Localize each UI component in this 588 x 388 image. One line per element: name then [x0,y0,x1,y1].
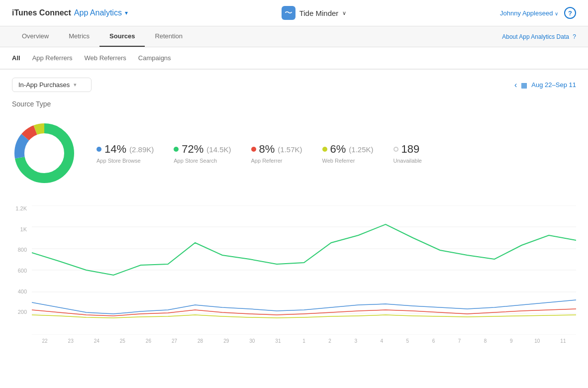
header-right: Johnny Appleseed ∨ ? [500,7,576,19]
x-label-6: 6 [420,338,446,344]
y-label-200: 200 [12,309,27,315]
browse-pct: 14% [104,143,126,156]
line-chart-area: 1.2K 1K 800 600 400 200 [12,205,576,344]
x-label-8: 8 [473,338,498,344]
source-type-section: Source Type [12,100,576,200]
date-range-selector: ‹ ▦ Aug 22–Sep 11 [514,81,576,90]
x-label-22: 22 [32,338,58,344]
about-link-area: About App Analytics Data ? [502,27,576,46]
x-label-29: 29 [213,338,239,344]
unavailable-label: Unavailable [393,158,422,164]
main-content: In-App Purchases ▾ ‹ ▦ Aug 22–Sep 11 Sou… [0,70,588,352]
x-label-1: 1 [291,338,317,344]
x-label-10: 10 [524,338,550,344]
x-label-31: 31 [265,338,291,344]
x-label-27: 27 [161,338,187,344]
controls-row: In-App Purchases ▾ ‹ ▦ Aug 22–Sep 11 [12,78,576,92]
donut-chart [12,121,77,186]
referrer-dot-icon [251,147,256,152]
x-label-3: 3 [343,338,369,344]
date-prev-button[interactable]: ‹ [514,81,517,90]
app-name-label: Tide Minder [299,9,339,17]
web-pct: 6% [330,143,346,156]
unavailable-pct: 189 [401,143,420,156]
y-label-1.2k: 1.2K [12,205,27,211]
user-name-label[interactable]: Johnny Appleseed ∨ [500,9,558,17]
date-range-label[interactable]: Aug 22–Sep 11 [531,81,576,89]
x-label-5: 5 [394,338,420,344]
search-count: (14.5K) [206,145,231,154]
x-label-28: 28 [188,338,213,344]
x-label-9: 9 [498,338,524,344]
app-icon: 〜 [282,6,295,20]
browse-count: (2.89K) [129,145,154,154]
sub-tab-all[interactable]: All [12,52,20,64]
legend: 14% (2.89K) App Store Browse 72% (14.5K)… [97,143,422,164]
chart-svg [32,205,576,335]
sub-tab-campaigns[interactable]: Campaigns [138,52,171,64]
itunes-connect-label: iTunes Connect [12,8,71,17]
tab-retention[interactable]: Retention [145,26,193,47]
nav-tabs: Overview Metrics Sources Retention About… [0,26,588,47]
legend-item-search: 72% (14.5K) App Store Search [174,143,231,164]
tab-sources[interactable]: Sources [99,26,145,47]
search-dot-icon [174,147,179,152]
source-type-title: Source Type [12,100,576,108]
x-label-11: 11 [550,338,576,344]
legend-item-referrer: 8% (1.57K) App Referrer [251,143,302,164]
x-label-7: 7 [447,338,473,344]
referrer-label: App Referrer [251,158,283,164]
y-label-800: 800 [12,247,27,253]
web-label: Web Referrer [322,158,355,164]
x-label-23: 23 [58,338,84,344]
brand-section: iTunes Connect App Analytics ▾ [12,8,128,17]
x-label-2: 2 [317,338,343,344]
app-selector: 〜 Tide Minder ∨ [128,6,500,20]
browse-label: App Store Browse [97,158,141,164]
search-pct: 72% [182,143,203,156]
search-label: App Store Search [174,158,217,164]
header: iTunes Connect App Analytics ▾ 〜 Tide Mi… [0,0,588,26]
legend-item-web: 6% (1.25K) Web Referrer [322,143,374,164]
about-app-analytics-link[interactable]: About App Analytics Data [502,33,569,40]
web-dot-icon [322,147,327,152]
legend-item-unavailable: 189 Unavailable [393,143,422,164]
calendar-icon: ▦ [521,81,527,89]
x-label-26: 26 [135,338,161,344]
metric-dropdown[interactable]: In-App Purchases ▾ [12,78,92,92]
referrer-pct: 8% [259,143,275,156]
y-label-1k: 1K [12,226,27,232]
yellow-line [32,315,576,318]
y-label-400: 400 [12,289,27,294]
about-question-icon[interactable]: ? [573,33,576,40]
blue-line [32,300,576,314]
svg-point-4 [25,134,63,172]
green-line [32,224,576,275]
help-button[interactable]: ? [564,7,576,19]
tab-overview[interactable]: Overview [12,26,59,47]
legend-item-browse: 14% (2.89K) App Store Browse [97,143,154,164]
chart-inner: 22 23 24 25 26 27 28 29 30 31 1 2 3 4 5 … [32,205,576,344]
app-analytics-link[interactable]: App Analytics [74,8,122,17]
web-count: (1.25K) [349,145,373,154]
sub-tab-web-referrers[interactable]: Web Referrers [85,52,126,64]
x-label-4: 4 [369,338,394,344]
app-selector-chevron-icon[interactable]: ∨ [342,10,346,16]
tab-metrics[interactable]: Metrics [59,26,99,47]
x-label-25: 25 [109,338,135,344]
x-label-24: 24 [84,338,109,344]
unavailable-dot-icon [393,147,398,152]
browse-dot-icon [97,147,101,152]
app-icon-symbol: 〜 [285,8,293,18]
dropdown-chevron-icon: ▾ [74,82,77,88]
referrer-count: (1.57K) [278,145,302,154]
x-label-30: 30 [239,338,265,344]
sub-tabs: All App Referrers Web Referrers Campaign… [0,47,588,69]
sub-tab-app-referrers[interactable]: App Referrers [32,52,73,64]
source-section: 14% (2.89K) App Store Browse 72% (14.5K)… [12,116,576,195]
x-axis-labels: 22 23 24 25 26 27 28 29 30 31 1 2 3 4 5 … [32,336,576,344]
y-label-600: 600 [12,268,27,274]
metric-dropdown-label: In-App Purchases [18,81,70,89]
